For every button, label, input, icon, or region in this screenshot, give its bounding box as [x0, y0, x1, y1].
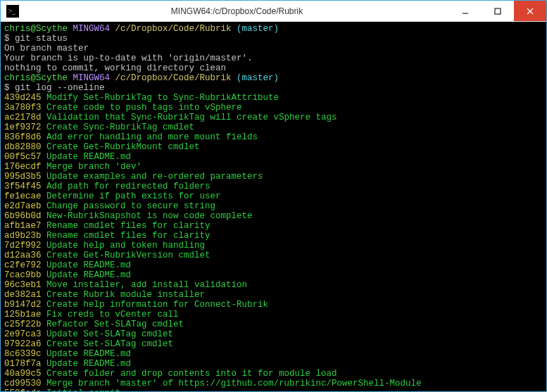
prompt-user-host: chris@Scythe [4, 73, 68, 83]
commit-message: Create Rubrik module installer [46, 290, 205, 300]
commit-hash: c2fe792 [4, 260, 42, 270]
prompt-line: chris@Scythe MINGW64 /c/Dropbox/Code/Rub… [4, 24, 543, 34]
commit-message: Update README.md [46, 349, 131, 359]
commit-message: Create code to push tags into vSphere [46, 103, 242, 113]
window-titlebar: >_ MINGW64:/c/Dropbox/Code/Rubrik [1, 1, 546, 22]
commit-message: Create Get-RubrikMount cmdlet [46, 142, 200, 152]
git-log-row: 3f54f45 Add path for redirected folders [4, 182, 543, 191]
status-output: On branch master [4, 44, 543, 53]
prompt-path: /c/Dropbox/Code/Rubrik [115, 73, 232, 83]
prompt-line: chris@Scythe MINGW64 /c/Dropbox/Code/Rub… [4, 73, 543, 83]
git-log-row: 96c3eb1 Move installer, add install vali… [4, 280, 543, 290]
commit-hash: db82880 [4, 142, 42, 152]
git-log-row: 836f8d6 Add error handling and more moun… [4, 132, 543, 142]
commit-message: Create folder and drop contents into it … [46, 369, 337, 379]
prompt-branch: (master) [237, 73, 279, 83]
commit-message: Update Set-SLATag cmdlet [46, 329, 173, 339]
close-button[interactable] [514, 1, 546, 21]
window-controls [449, 1, 546, 21]
minimize-button[interactable] [449, 1, 482, 21]
git-log-row: 97922a6 Create Set-SLATag cmdlet [4, 339, 543, 349]
prompt-path: /c/Dropbox/Code/Rubrik [115, 24, 232, 34]
commit-message: Update README.md [46, 359, 131, 369]
svg-rect-3 [495, 8, 501, 14]
commit-message: Create Set-SLATag cmdlet [46, 339, 173, 349]
commit-message: New-RubrikSnapshot is now code complete [46, 211, 253, 221]
git-log-row: 995d3b5 Update examples and re-ordered p… [4, 172, 543, 182]
git-log-row: 7cac9bb Update README.md [4, 270, 543, 280]
commit-hash: ad9b23b [4, 231, 42, 241]
git-log-row: de382a1 Create Rubrik module installer [4, 290, 543, 300]
svg-text:>_: >_ [8, 6, 17, 14]
commit-hash: 96c3eb1 [4, 280, 42, 290]
commit-hash: fe1ecae [4, 191, 42, 201]
git-log-row: e2d7aeb Change password to secure string [4, 201, 543, 211]
status-output: nothing to commit, working directory cle… [4, 63, 543, 73]
commit-message: Create Get-RubrikVersion cmdlet [46, 251, 210, 260]
commit-message: Update README.md [46, 152, 131, 162]
git-log-row: fe1ecae Determine if path exists for use… [4, 191, 543, 201]
commit-hash: 7cac9bb [4, 270, 42, 280]
commit-hash: ac2178d [4, 113, 42, 122]
prompt-user-host: chris@Scythe [4, 24, 68, 34]
window-title: MINGW64:/c/Dropbox/Code/Rubrik [25, 6, 449, 16]
commit-message: Determine if path exists for user [46, 191, 221, 201]
git-log-row: 7d2f992 Update help and token handling [4, 241, 543, 251]
commit-hash: 3a780f3 [4, 103, 42, 113]
commit-hash: 550fade [4, 388, 42, 391]
commit-hash: 3f54f45 [4, 182, 42, 191]
commit-message: Move installer, add install validation [46, 280, 247, 290]
git-log-row: 2e97ca3 Update Set-SLATag cmdlet [4, 329, 543, 339]
commit-hash: 1ef9372 [4, 122, 42, 132]
commit-hash: 40a99c5 [4, 369, 42, 379]
git-log-row: afb1ae7 Rename cmdlet files for clarity [4, 221, 543, 231]
commit-message: Update README.md [46, 270, 131, 280]
git-log-row: 176ecdf Merge branch 'dev' [4, 162, 543, 172]
git-log-row: 8c6339c Update README.md [4, 349, 543, 359]
commit-message: Fix creds to vCenter call [46, 310, 179, 320]
commit-message: Add path for redirected folders [46, 182, 210, 191]
command-line: $ git log --oneline [4, 83, 543, 93]
prompt-env: MINGW64 [73, 73, 111, 83]
commit-message: Update help and token handling [46, 241, 205, 251]
prompt-env: MINGW64 [73, 24, 111, 34]
git-log-row: 6b96b0d New-RubrikSnapshot is now code c… [4, 211, 543, 221]
git-log-row: c25f22b Refactor Set-SLATag cmdlet [4, 320, 543, 329]
commit-message: Update README.md [46, 260, 131, 270]
commit-message: Add error handling and more mount fields [46, 132, 258, 142]
commit-hash: b9147d2 [4, 300, 42, 310]
commit-message: Refactor Set-SLATag cmdlet [46, 320, 184, 329]
commit-hash: 995d3b5 [4, 172, 42, 182]
commit-hash: 00f5c57 [4, 152, 42, 162]
commit-hash: 6b96b0d [4, 211, 42, 221]
commit-message: Create Sync-RubrikTag cmdlet [46, 122, 194, 132]
commit-hash: 836f8d6 [4, 132, 42, 142]
command-line: $ git status [4, 34, 543, 44]
terminal-viewport[interactable]: chris@Scythe MINGW64 /c/Dropbox/Code/Rub… [1, 22, 546, 391]
commit-hash: 2e97ca3 [4, 329, 42, 339]
commit-message: Update examples and re-ordered parameter… [46, 172, 263, 182]
commit-message: Merge branch 'dev' [46, 162, 142, 172]
commit-hash: cd99530 [4, 379, 42, 388]
git-log-row: ac2178d Validation that Sync-RubrikTag w… [4, 113, 543, 122]
commit-hash: c25f22b [4, 320, 42, 329]
maximize-button[interactable] [482, 1, 514, 21]
git-log-row: c2fe792 Update README.md [4, 260, 543, 270]
commit-hash: 8c6339c [4, 349, 42, 359]
git-log-row: 40a99c5 Create folder and drop contents … [4, 369, 543, 379]
git-log-row: db82880 Create Get-RubrikMount cmdlet [4, 142, 543, 152]
git-log-row: 439d245 Modify Set-RubrikTag to Sync-Rub… [4, 93, 543, 103]
commit-hash: afb1ae7 [4, 221, 42, 231]
commit-hash: d12aa36 [4, 251, 42, 260]
git-log-row: ad9b23b Rename cmdlet files for clarity [4, 231, 543, 241]
git-log-row: 0178f7a Update README.md [4, 359, 543, 369]
commit-hash: 0178f7a [4, 359, 42, 369]
git-log-row: 1ef9372 Create Sync-RubrikTag cmdlet [4, 122, 543, 132]
commit-hash: e2d7aeb [4, 201, 42, 211]
commit-message: Modify Set-RubrikTag to Sync-RubrikAttri… [46, 93, 279, 103]
commit-hash: de382a1 [4, 290, 42, 300]
commit-hash: 125b1ae [4, 310, 42, 320]
commit-hash: 7d2f992 [4, 241, 42, 251]
commit-hash: 176ecdf [4, 162, 42, 172]
git-log-row: b9147d2 Create help information for Conn… [4, 300, 543, 310]
